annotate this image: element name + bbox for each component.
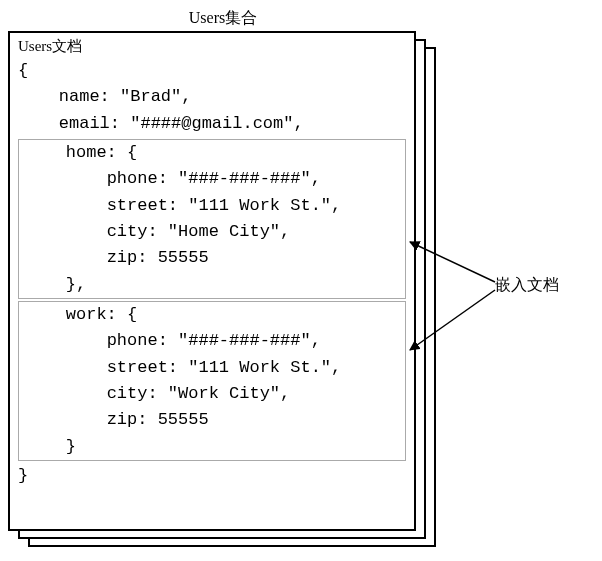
annotation-label: 嵌入文档 bbox=[495, 275, 559, 296]
home-city: city: "Home City", bbox=[107, 222, 291, 241]
home-zip: zip: 55555 bbox=[107, 248, 209, 267]
collection-title: Users集合 bbox=[8, 8, 438, 29]
work-city: city: "Work City", bbox=[107, 384, 291, 403]
stack-card-front: Users文档 { name: "Brad", email: "####@gma… bbox=[8, 31, 416, 531]
work-phone: phone: "###-###-###", bbox=[107, 331, 321, 350]
document-stack: Users文档 { name: "Brad", email: "####@gma… bbox=[8, 31, 438, 551]
work-zip: zip: 55555 bbox=[107, 410, 209, 429]
document-label: Users文档 bbox=[18, 37, 406, 56]
work-street: street: "111 Work St.", bbox=[107, 358, 342, 377]
brace-close: } bbox=[18, 466, 28, 485]
field-name: name: "Brad", bbox=[59, 87, 192, 106]
document-code: { name: "Brad", email: "####@gmail.com",… bbox=[18, 58, 406, 490]
home-phone: phone: "###-###-###", bbox=[107, 169, 321, 188]
home-street: street: "111 Work St.", bbox=[107, 196, 342, 215]
field-email: email: "####@gmail.com", bbox=[59, 114, 304, 133]
embedded-doc-home: home: { phone: "###-###-###", street: "1… bbox=[18, 139, 406, 299]
brace-open: { bbox=[18, 61, 28, 80]
embedded-doc-work: work: { phone: "###-###-###", street: "1… bbox=[18, 301, 406, 461]
